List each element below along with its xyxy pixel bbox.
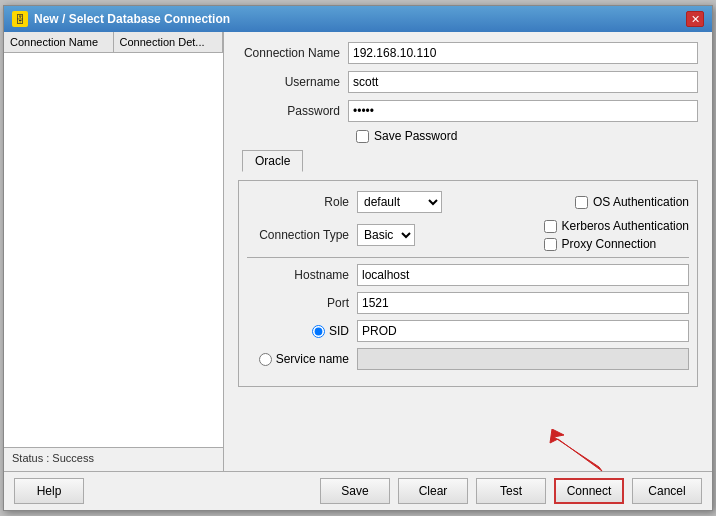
test-button[interactable]: Test — [476, 478, 546, 504]
sid-label: SID — [329, 324, 349, 338]
close-button[interactable]: ✕ — [686, 11, 704, 27]
col-connection-detail: Connection Det... — [114, 32, 224, 52]
title-bar: 🗄 New / Select Database Connection ✕ — [4, 6, 712, 32]
sid-radio[interactable] — [312, 325, 325, 338]
hostname-label: Hostname — [247, 268, 357, 282]
bottom-right-buttons: Save Clear Test Connect Cancel — [320, 478, 702, 504]
proxy-checkbox[interactable] — [544, 238, 557, 251]
os-auth-label: OS Authentication — [593, 195, 689, 209]
help-button[interactable]: Help — [14, 478, 84, 504]
oracle-tab-content: Role default SYSDBA SYSOPER OS Authentic… — [238, 180, 698, 387]
role-select[interactable]: default SYSDBA SYSOPER — [357, 191, 442, 213]
col-connection-name: Connection Name — [4, 32, 114, 52]
hostname-row: Hostname — [247, 264, 689, 286]
connect-button[interactable]: Connect — [554, 478, 624, 504]
tab-bar: Oracle — [242, 150, 698, 172]
role-label: Role — [247, 195, 357, 209]
service-name-label: Service name — [276, 352, 349, 366]
left-panel-header: Connection Name Connection Det... — [4, 32, 223, 53]
right-panel: Connection Name Username Password Save P… — [224, 32, 712, 471]
os-auth-checkbox[interactable] — [575, 196, 588, 209]
connection-name-label: Connection Name — [238, 46, 348, 60]
save-password-checkbox[interactable] — [356, 130, 369, 143]
content-area: Connection Name Connection Det... Status… — [4, 32, 712, 471]
left-panel: Connection Name Connection Det... Status… — [4, 32, 224, 471]
save-password-label: Save Password — [374, 129, 457, 143]
connection-name-input[interactable] — [348, 42, 698, 64]
connection-type-select[interactable]: Basic TNS LDAP — [357, 224, 415, 246]
role-row: Role default SYSDBA SYSOPER OS Authentic… — [247, 191, 689, 213]
password-label: Password — [238, 104, 348, 118]
cancel-button[interactable]: Cancel — [632, 478, 702, 504]
title-bar-left: 🗄 New / Select Database Connection — [12, 11, 230, 27]
clear-button[interactable]: Clear — [398, 478, 468, 504]
window-icon: 🗄 — [12, 11, 28, 27]
username-input[interactable] — [348, 71, 698, 93]
username-label: Username — [238, 75, 348, 89]
bottom-bar: Help Save Clear Test Connect Cancel — [4, 471, 712, 510]
username-row: Username — [238, 71, 698, 93]
connection-name-row: Connection Name — [238, 42, 698, 64]
save-button[interactable]: Save — [320, 478, 390, 504]
window-title: New / Select Database Connection — [34, 12, 230, 26]
right-checkboxes: OS Authentication — [575, 195, 689, 209]
service-name-row: Service name — [247, 348, 689, 370]
main-window: 🗄 New / Select Database Connection ✕ Con… — [3, 5, 713, 511]
status-bar: Status : Success — [4, 447, 223, 471]
svg-marker-0 — [550, 429, 602, 471]
service-name-input[interactable] — [357, 348, 689, 370]
proxy-row: Proxy Connection — [544, 237, 689, 251]
proxy-label: Proxy Connection — [562, 237, 657, 251]
connection-type-row: Connection Type Basic TNS LDAP Kerberos … — [247, 219, 689, 251]
save-password-row: Save Password — [356, 129, 698, 143]
sid-input[interactable] — [357, 320, 689, 342]
connection-type-label: Connection Type — [247, 228, 357, 242]
service-name-radio[interactable] — [259, 353, 272, 366]
port-label: Port — [247, 296, 357, 310]
port-input[interactable] — [357, 292, 689, 314]
password-row: Password — [238, 100, 698, 122]
sid-row: SID — [247, 320, 689, 342]
kerberos-row: Kerberos Authentication — [544, 219, 689, 233]
tab-oracle[interactable]: Oracle — [242, 150, 303, 172]
kerberos-label: Kerberos Authentication — [562, 219, 689, 233]
bottom-left-buttons: Help — [14, 478, 84, 504]
kerberos-checkbox[interactable] — [544, 220, 557, 233]
connection-list — [4, 53, 223, 447]
port-row: Port — [247, 292, 689, 314]
os-auth-row: OS Authentication — [575, 195, 689, 209]
right-checkboxes-2: Kerberos Authentication Proxy Connection — [544, 219, 689, 251]
hostname-input[interactable] — [357, 264, 689, 286]
arrow-indicator — [544, 429, 604, 476]
password-input[interactable] — [348, 100, 698, 122]
